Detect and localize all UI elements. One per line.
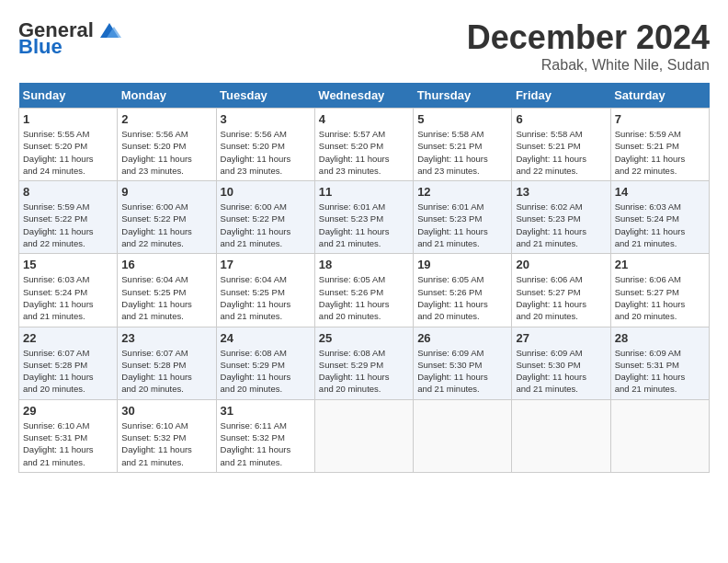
calendar-header-row: SundayMondayTuesdayWednesdayThursdayFrid… (19, 83, 710, 109)
calendar-cell: 7Sunrise: 5:59 AMSunset: 5:21 PMDaylight… (610, 109, 709, 181)
day-number: 10 (221, 185, 311, 199)
day-info: Sunrise: 6:05 AMSunset: 5:26 PMDaylight:… (417, 273, 507, 322)
calendar-cell: 23Sunrise: 6:07 AMSunset: 5:28 PMDayligh… (118, 327, 216, 399)
calendar-cell: 4Sunrise: 5:57 AMSunset: 5:20 PMDaylight… (314, 109, 413, 181)
calendar-cell (610, 399, 709, 472)
calendar: SundayMondayTuesdayWednesdayThursdayFrid… (18, 83, 710, 473)
calendar-cell: 8Sunrise: 5:59 AMSunset: 5:22 PMDaylight… (19, 181, 118, 254)
calendar-cell (512, 399, 610, 472)
calendar-cell: 10Sunrise: 6:00 AMSunset: 5:22 PMDayligh… (216, 181, 314, 254)
calendar-cell: 26Sunrise: 6:09 AMSunset: 5:30 PMDayligh… (414, 327, 512, 399)
day-number: 5 (417, 112, 507, 126)
day-info: Sunrise: 6:04 AMSunset: 5:25 PMDaylight:… (121, 273, 211, 322)
day-number: 30 (121, 404, 211, 418)
day-info: Sunrise: 6:03 AMSunset: 5:24 PMDaylight:… (615, 201, 705, 249)
calendar-cell: 28Sunrise: 6:09 AMSunset: 5:31 PMDayligh… (610, 327, 709, 399)
day-number: 15 (23, 258, 113, 271)
day-number: 18 (319, 258, 409, 271)
header-wednesday: Wednesday (314, 83, 413, 109)
calendar-week-2: 8Sunrise: 5:59 AMSunset: 5:22 PMDaylight… (19, 181, 710, 254)
header-monday: Monday (118, 83, 216, 109)
calendar-week-1: 1Sunrise: 5:55 AMSunset: 5:20 PMDaylight… (19, 109, 710, 181)
day-info: Sunrise: 5:58 AMSunset: 5:21 PMDaylight:… (417, 128, 507, 177)
calendar-cell: 19Sunrise: 6:05 AMSunset: 5:26 PMDayligh… (414, 254, 512, 327)
day-number: 24 (221, 331, 311, 345)
calendar-week-5: 29Sunrise: 6:10 AMSunset: 5:31 PMDayligh… (19, 399, 710, 472)
calendar-cell: 22Sunrise: 6:07 AMSunset: 5:28 PMDayligh… (19, 327, 118, 399)
day-info: Sunrise: 6:03 AMSunset: 5:24 PMDaylight:… (23, 273, 113, 322)
day-info: Sunrise: 6:09 AMSunset: 5:30 PMDaylight:… (417, 347, 507, 396)
day-number: 16 (121, 258, 211, 271)
day-number: 29 (23, 404, 113, 418)
header-saturday: Saturday (610, 83, 709, 109)
day-number: 21 (615, 258, 705, 271)
day-info: Sunrise: 5:57 AMSunset: 5:20 PMDaylight:… (319, 128, 409, 177)
day-info: Sunrise: 6:05 AMSunset: 5:26 PMDaylight:… (319, 273, 409, 322)
day-info: Sunrise: 5:56 AMSunset: 5:20 PMDaylight:… (121, 128, 211, 177)
day-info: Sunrise: 6:08 AMSunset: 5:29 PMDaylight:… (319, 347, 409, 396)
day-info: Sunrise: 6:06 AMSunset: 5:27 PMDaylight:… (516, 273, 606, 322)
calendar-cell: 25Sunrise: 6:08 AMSunset: 5:29 PMDayligh… (314, 327, 413, 399)
day-number: 22 (23, 331, 113, 345)
day-number: 13 (516, 185, 606, 199)
day-info: Sunrise: 6:07 AMSunset: 5:28 PMDaylight:… (23, 347, 113, 396)
calendar-cell: 24Sunrise: 6:08 AMSunset: 5:29 PMDayligh… (216, 327, 314, 399)
day-info: Sunrise: 6:09 AMSunset: 5:31 PMDaylight:… (615, 347, 705, 396)
day-number: 17 (221, 258, 311, 271)
day-info: Sunrise: 5:58 AMSunset: 5:21 PMDaylight:… (516, 128, 606, 177)
calendar-week-3: 15Sunrise: 6:03 AMSunset: 5:24 PMDayligh… (19, 254, 710, 327)
header-friday: Friday (512, 83, 610, 109)
title-section: December 2024 Rabak, White Nile, Sudan (467, 18, 710, 74)
day-info: Sunrise: 5:59 AMSunset: 5:22 PMDaylight:… (23, 201, 113, 249)
day-info: Sunrise: 5:56 AMSunset: 5:20 PMDaylight:… (221, 128, 311, 177)
logo: General Blue (18, 18, 123, 59)
calendar-cell (414, 399, 512, 472)
location: Rabak, White Nile, Sudan (467, 57, 710, 74)
day-number: 3 (221, 112, 311, 126)
page-header: General Blue December 2024 Rabak, White … (18, 18, 710, 74)
day-info: Sunrise: 6:10 AMSunset: 5:31 PMDaylight:… (23, 419, 113, 468)
calendar-cell: 9Sunrise: 6:00 AMSunset: 5:22 PMDaylight… (118, 181, 216, 254)
day-number: 6 (516, 112, 606, 126)
logo-icon (96, 21, 123, 40)
calendar-cell: 11Sunrise: 6:01 AMSunset: 5:23 PMDayligh… (314, 181, 413, 254)
header-thursday: Thursday (414, 83, 512, 109)
day-number: 23 (121, 331, 211, 345)
day-info: Sunrise: 6:06 AMSunset: 5:27 PMDaylight:… (615, 273, 705, 322)
calendar-cell (314, 399, 413, 472)
day-number: 19 (417, 258, 507, 271)
calendar-cell: 27Sunrise: 6:09 AMSunset: 5:30 PMDayligh… (512, 327, 610, 399)
day-number: 26 (417, 331, 507, 345)
calendar-cell: 6Sunrise: 5:58 AMSunset: 5:21 PMDaylight… (512, 109, 610, 181)
day-number: 14 (615, 185, 705, 199)
calendar-cell: 30Sunrise: 6:10 AMSunset: 5:32 PMDayligh… (118, 399, 216, 472)
day-number: 20 (516, 258, 606, 271)
day-info: Sunrise: 6:00 AMSunset: 5:22 PMDaylight:… (121, 201, 211, 249)
day-info: Sunrise: 6:11 AMSunset: 5:32 PMDaylight:… (221, 419, 311, 468)
calendar-cell: 13Sunrise: 6:02 AMSunset: 5:23 PMDayligh… (512, 181, 610, 254)
day-info: Sunrise: 6:08 AMSunset: 5:29 PMDaylight:… (221, 347, 311, 396)
day-info: Sunrise: 6:01 AMSunset: 5:23 PMDaylight:… (417, 201, 507, 249)
calendar-cell: 12Sunrise: 6:01 AMSunset: 5:23 PMDayligh… (414, 181, 512, 254)
day-number: 31 (221, 404, 311, 418)
day-number: 28 (615, 331, 705, 345)
calendar-cell: 3Sunrise: 5:56 AMSunset: 5:20 PMDaylight… (216, 109, 314, 181)
calendar-cell: 18Sunrise: 6:05 AMSunset: 5:26 PMDayligh… (314, 254, 413, 327)
day-info: Sunrise: 6:10 AMSunset: 5:32 PMDaylight:… (121, 419, 211, 468)
calendar-cell: 5Sunrise: 5:58 AMSunset: 5:21 PMDaylight… (414, 109, 512, 181)
calendar-cell: 21Sunrise: 6:06 AMSunset: 5:27 PMDayligh… (610, 254, 709, 327)
calendar-cell: 31Sunrise: 6:11 AMSunset: 5:32 PMDayligh… (216, 399, 314, 472)
day-number: 11 (319, 185, 409, 199)
calendar-cell: 17Sunrise: 6:04 AMSunset: 5:25 PMDayligh… (216, 254, 314, 327)
day-info: Sunrise: 6:04 AMSunset: 5:25 PMDaylight:… (221, 273, 311, 322)
calendar-cell: 14Sunrise: 6:03 AMSunset: 5:24 PMDayligh… (610, 181, 709, 254)
calendar-week-4: 22Sunrise: 6:07 AMSunset: 5:28 PMDayligh… (19, 327, 710, 399)
calendar-cell: 20Sunrise: 6:06 AMSunset: 5:27 PMDayligh… (512, 254, 610, 327)
calendar-cell: 2Sunrise: 5:56 AMSunset: 5:20 PMDaylight… (118, 109, 216, 181)
day-number: 4 (319, 112, 409, 126)
day-number: 25 (319, 331, 409, 345)
day-info: Sunrise: 6:09 AMSunset: 5:30 PMDaylight:… (516, 347, 606, 396)
calendar-cell: 1Sunrise: 5:55 AMSunset: 5:20 PMDaylight… (19, 109, 118, 181)
header-sunday: Sunday (19, 83, 118, 109)
day-number: 12 (417, 185, 507, 199)
